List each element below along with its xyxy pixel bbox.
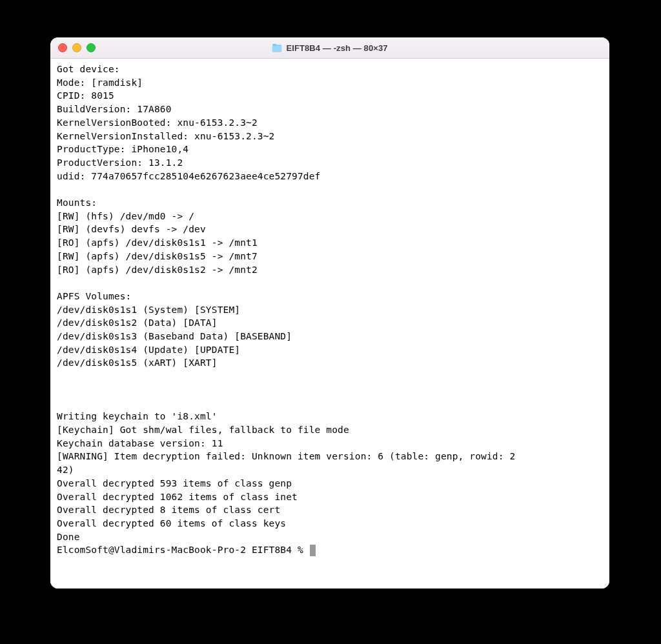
window-controls bbox=[50, 43, 96, 52]
terminal-line: Writing keychain to 'i8.xml' bbox=[57, 410, 603, 423]
terminal-line: [RW] (hfs) /dev/md0 -> / bbox=[57, 210, 603, 223]
terminal-line bbox=[57, 370, 603, 383]
terminal-line: Overall decrypted 593 items of class gen… bbox=[57, 477, 603, 490]
terminal-line bbox=[57, 397, 603, 410]
terminal-prompt-row[interactable]: ElcomSoft@Vladimirs-MacBook-Pro-2 EIFT8B… bbox=[57, 543, 603, 557]
terminal-line: Got device: bbox=[57, 63, 603, 76]
terminal-prompt: ElcomSoft@Vladimirs-MacBook-Pro-2 EIFT8B… bbox=[57, 543, 309, 557]
terminal-line: [WARNING] Item decryption failed: Unknow… bbox=[57, 450, 603, 463]
terminal-line: [RO] (apfs) /dev/disk0s1s1 -> /mnt1 bbox=[57, 236, 603, 250]
terminal-line bbox=[57, 183, 603, 196]
terminal-line: [RW] (devfs) devfs -> /dev bbox=[57, 223, 603, 236]
terminal-line: KernelVersionInstalled: xnu-6153.2.3~2 bbox=[57, 130, 603, 143]
terminal-line: udid: 774a70657fcc285104e6267623aee4ce52… bbox=[57, 170, 603, 183]
terminal-window: EIFT8B4 — -zsh — 80×37 Got device:Mode: … bbox=[50, 37, 609, 589]
terminal-line: ProductType: iPhone10,4 bbox=[57, 143, 603, 156]
terminal-line: [RO] (apfs) /dev/disk0s1s2 -> /mnt2 bbox=[57, 263, 603, 277]
folder-icon bbox=[272, 44, 282, 52]
terminal-line: /dev/disk0s1s3 (Baseband Data) [BASEBAND… bbox=[57, 330, 603, 343]
terminal-line: Overall decrypted 1062 items of class in… bbox=[57, 490, 603, 504]
terminal-output[interactable]: Got device:Mode: [ramdisk]CPID: 8015Buil… bbox=[50, 59, 609, 589]
terminal-line: [Keychain] Got shm/wal files, fallback t… bbox=[57, 423, 603, 437]
terminal-line: BuildVersion: 17A860 bbox=[57, 103, 603, 116]
terminal-line: CPID: 8015 bbox=[57, 89, 603, 103]
terminal-line: /dev/disk0s1s1 (System) [SYSTEM] bbox=[57, 303, 603, 317]
terminal-line: Overall decrypted 8 items of class cert bbox=[57, 503, 603, 517]
zoom-button[interactable] bbox=[86, 43, 96, 52]
terminal-line: Done bbox=[57, 530, 603, 544]
terminal-line: [RW] (apfs) /dev/disk0s1s5 -> /mnt7 bbox=[57, 250, 603, 263]
terminal-line: APFS Volumes: bbox=[57, 290, 603, 303]
terminal-line: /dev/disk0s1s2 (Data) [DATA] bbox=[57, 316, 603, 330]
terminal-line: Mounts: bbox=[57, 196, 603, 210]
terminal-line: /dev/disk0s1s5 (xART) [XART] bbox=[57, 356, 603, 370]
terminal-line: 42) bbox=[57, 463, 603, 477]
window-titlebar[interactable]: EIFT8B4 — -zsh — 80×37 bbox=[50, 37, 609, 59]
terminal-line bbox=[57, 383, 603, 397]
terminal-line: ProductVersion: 13.1.2 bbox=[57, 156, 603, 170]
terminal-line: /dev/disk0s1s4 (Update) [UPDATE] bbox=[57, 343, 603, 357]
terminal-line: Mode: [ramdisk] bbox=[57, 76, 603, 90]
minimize-button[interactable] bbox=[72, 43, 81, 52]
close-button[interactable] bbox=[58, 43, 67, 52]
window-title: EIFT8B4 — -zsh — 80×37 bbox=[286, 43, 387, 53]
terminal-line: KernelVersionBooted: xnu-6153.2.3~2 bbox=[57, 116, 603, 130]
terminal-line bbox=[57, 276, 603, 290]
terminal-line: Overall decrypted 60 items of class keys bbox=[57, 517, 603, 530]
terminal-cursor bbox=[310, 545, 316, 556]
terminal-line: Keychain database version: 11 bbox=[57, 437, 603, 450]
